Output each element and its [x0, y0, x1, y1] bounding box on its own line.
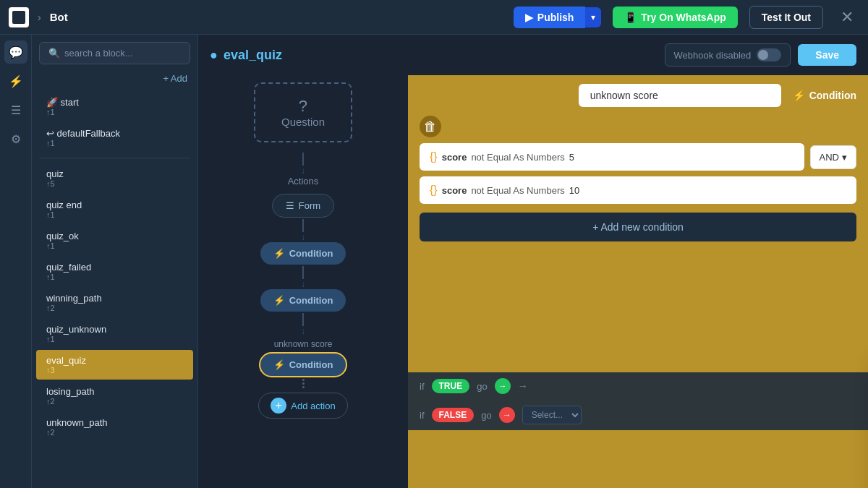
path-true-row: if TRUE go → →	[408, 372, 868, 400]
path-false-row: if FALSE go → Select...	[408, 400, 868, 430]
topbar: › Bot ▶ Publish ▾ 📱 Try On WhatsApp Test…	[0, 0, 868, 35]
page-title: Bot	[50, 11, 68, 23]
unknown-score-label: unknown score	[274, 339, 333, 349]
title-dot: ●	[210, 48, 218, 63]
question-label: Question	[281, 116, 325, 128]
rule-row-2: {} score not Equal As Numbers 10	[420, 176, 856, 204]
sidebar-item-eval-quiz[interactable]: eval_quiz ↑3	[36, 350, 193, 380]
sidebar-item-defaultfallback[interactable]: ↩ defaultFallback ↑1	[36, 123, 193, 153]
delete-button[interactable]: 🗑	[420, 116, 441, 137]
breadcrumb-chevron: ›	[38, 12, 41, 23]
dotted-line	[302, 379, 305, 388]
icon-bar: 💬 ⚡ ☰ ⚙	[0, 35, 32, 488]
rule-key-1: score	[442, 152, 467, 163]
go-true-text: go	[477, 381, 487, 392]
paths-area: if TRUE go → → if FALSE go →	[408, 372, 868, 430]
condition-panel-label: ⚡ Condition	[793, 90, 856, 101]
if-true-text: if	[420, 381, 425, 392]
rule-op-2: not Equal As Numbers	[471, 185, 564, 196]
publish-group: ▶ Publish ▾	[514, 7, 602, 28]
logo	[9, 7, 29, 27]
go-false-text: go	[481, 410, 491, 421]
true-badge: TRUE	[432, 379, 470, 393]
webhook-label: Webhook disabled	[674, 50, 752, 61]
false-path-select[interactable]: Select...	[522, 406, 582, 424]
whatsapp-icon: 📱	[624, 12, 637, 23]
form-node[interactable]: ☰ Form	[272, 194, 334, 218]
rule-key-2: score	[442, 185, 467, 196]
canvas-title: ● eval_quiz	[210, 48, 282, 63]
sidebar-item-quiz[interactable]: quiz ↑5	[36, 163, 193, 193]
canvas-header: ● eval_quiz Webhook disabled Save	[198, 35, 868, 75]
whatsapp-button[interactable]: 📱 Try On WhatsApp	[613, 7, 737, 28]
true-circle: →	[495, 378, 511, 394]
condition-label-1: Condition	[289, 248, 333, 259]
and-label: AND	[820, 152, 839, 163]
search-placeholder: search a block...	[64, 48, 133, 59]
connector-1: ↓	[301, 153, 305, 176]
sidebar-item-quiz-failed[interactable]: quiz_failed ↑1	[36, 257, 193, 286]
sidebar-item-losing-path[interactable]: losing_path ↑2	[36, 381, 193, 411]
add-action-button[interactable]: + Add action	[258, 393, 347, 419]
sidebar-item-start[interactable]: 🚀 start ↑1	[36, 92, 193, 121]
if-false-text: if	[420, 410, 425, 421]
rule-box-1[interactable]: {} score not Equal As Numbers 5	[420, 143, 804, 171]
icon-chat[interactable]: 💬	[4, 40, 27, 64]
add-button[interactable]: + Add	[32, 70, 197, 91]
add-condition-button[interactable]: + Add new condition	[420, 213, 856, 241]
publish-icon: ▶	[525, 12, 533, 23]
condition-label-2: Condition	[289, 295, 333, 306]
rule-box-2[interactable]: {} score not Equal As Numbers 10	[420, 176, 856, 204]
icon-list[interactable]: ☰	[4, 98, 27, 121]
icon-settings[interactable]: ⚙	[4, 127, 27, 150]
whatsapp-label: Try On WhatsApp	[641, 12, 726, 23]
icon-bolt[interactable]: ⚡	[4, 69, 27, 93]
question-box[interactable]: ? Question	[254, 82, 352, 142]
sidebar-item-unknown-path[interactable]: unknown_path ↑2	[36, 412, 193, 442]
condition-header: ⚡ Condition	[408, 75, 868, 116]
webhook-toggle: Webhook disabled	[665, 43, 791, 67]
sidebar-item-quiz-unknown[interactable]: quiz_unknown ↑1	[36, 319, 193, 348]
add-action-circle: +	[271, 398, 286, 414]
add-action-label: Add action	[291, 401, 335, 411]
condition-text: Condition	[809, 90, 856, 101]
condition-name-input[interactable]	[579, 84, 781, 107]
search-block[interactable]: 🔍 search a block...	[39, 42, 190, 64]
condition-label-3: Condition	[289, 359, 333, 370]
webhook-switch[interactable]	[757, 48, 781, 61]
condition-rules-area: 🗑 {} score not Equal As Numbers 5 AND ▾	[408, 116, 868, 241]
connector-2: ↓	[301, 219, 305, 242]
canvas-toolbar: Webhook disabled Save	[665, 43, 856, 67]
canvas-title-text: eval_quiz	[224, 48, 282, 63]
canvas: ● eval_quiz Webhook disabled Save ? Ques…	[198, 35, 868, 488]
form-label: Form	[299, 200, 320, 211]
close-button[interactable]: ✕	[835, 5, 859, 30]
form-icon: ☰	[286, 200, 294, 211]
true-arrow: →	[518, 380, 528, 392]
save-button[interactable]: Save	[798, 44, 856, 66]
and-dropdown[interactable]: AND ▾	[810, 145, 856, 169]
condition-node-1[interactable]: ⚡ Condition	[260, 242, 346, 265]
rule-op-1: not Equal As Numbers	[471, 152, 564, 163]
toggle-knob	[758, 50, 768, 60]
flow-diagram: ? Question ↓ Actions ☰ Form ↓ ⚡	[198, 75, 408, 488]
false-circle: →	[499, 407, 515, 423]
rule-icon-2: {}	[430, 184, 438, 197]
condition-node-3[interactable]: ⚡ Condition	[259, 352, 348, 377]
and-chevron: ▾	[842, 152, 847, 163]
test-button[interactable]: Test It Out	[749, 6, 823, 29]
actions-label: Actions	[288, 176, 319, 187]
sidebar-item-winning-path[interactable]: winning_path ↑2	[36, 288, 193, 317]
publish-dropdown-button[interactable]: ▾	[585, 7, 601, 27]
sidebar-divider	[39, 158, 190, 158]
publish-label: Publish	[537, 12, 574, 23]
sidebar-item-quiz-ok[interactable]: quiz_ok ↑1	[36, 226, 193, 255]
publish-button[interactable]: ▶ Publish	[514, 7, 586, 28]
condition-node-2[interactable]: ⚡ Condition	[260, 289, 346, 312]
rule-val-2: 10	[569, 185, 579, 196]
connector-4: ↓	[301, 313, 305, 336]
sidebar-item-quiz-end[interactable]: quiz end ↑1	[36, 194, 193, 224]
condition-icon-3: ⚡	[273, 359, 285, 370]
rule-val-1: 5	[569, 152, 574, 163]
search-icon: 🔍	[48, 48, 60, 59]
